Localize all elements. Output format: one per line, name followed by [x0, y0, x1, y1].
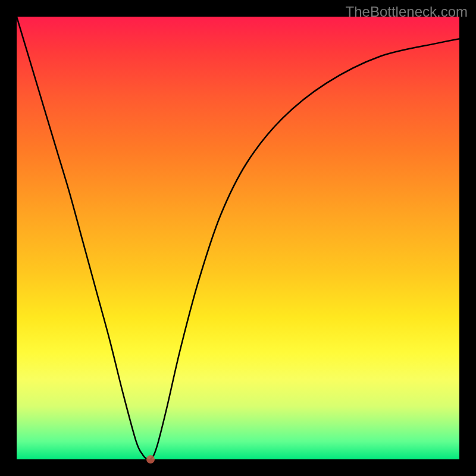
plot-area	[17, 17, 459, 459]
bottleneck-curve	[17, 17, 459, 459]
curve-svg	[17, 17, 459, 459]
optimal-point-marker	[146, 455, 155, 464]
chart-frame: TheBottleneck.com	[0, 0, 476, 476]
